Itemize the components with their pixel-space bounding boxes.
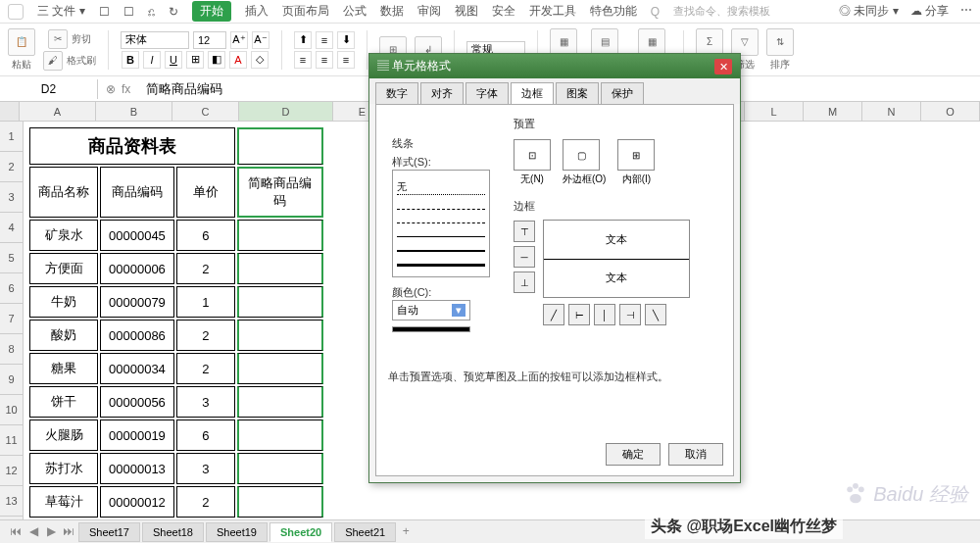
menu-dev[interactable]: 开发工具	[529, 3, 576, 20]
border-diag2-button[interactable]: ╲	[645, 304, 666, 325]
col-header-C[interactable]: C	[172, 102, 239, 121]
table-cell[interactable]: 3	[176, 453, 235, 484]
table-cell[interactable]: 2	[176, 320, 235, 351]
table-cell[interactable]	[237, 286, 323, 318]
border-left-button[interactable]: ⊢	[568, 304, 590, 325]
table-cell[interactable]: 6	[176, 220, 235, 251]
menu-data[interactable]: 数据	[380, 3, 404, 20]
search-hint[interactable]: 查找命令、搜索模板	[673, 4, 770, 19]
table-cell[interactable]: 00000034	[100, 353, 174, 384]
qat-icon[interactable]: ⎌	[148, 5, 155, 19]
dialog-tab[interactable]: 保护	[601, 82, 644, 104]
cancel-button[interactable]: 取消	[668, 443, 723, 466]
col-header-D[interactable]: D	[239, 102, 333, 121]
line-thick[interactable]	[397, 264, 485, 267]
row-header-6[interactable]: 6	[0, 273, 23, 304]
border-right-button[interactable]: ⊣	[619, 304, 641, 325]
table-cell[interactable]: 00000086	[100, 320, 174, 351]
border-vmid-button[interactable]: │	[594, 304, 615, 325]
menu-layout[interactable]: 页面布局	[282, 3, 329, 20]
table-cell[interactable]: 牛奶	[29, 286, 98, 318]
table-cell[interactable]: 酸奶	[29, 320, 98, 351]
qat-icon[interactable]: ☐	[123, 5, 134, 19]
table-cell[interactable]: 火腿肠	[29, 420, 98, 451]
cell-reference[interactable]: D2	[0, 79, 98, 99]
col-header-L[interactable]: L	[745, 102, 804, 121]
line-medium[interactable]	[397, 250, 485, 252]
table-cell[interactable]: 饼干	[29, 386, 98, 418]
col-header-M[interactable]: M	[804, 102, 862, 121]
menu-view[interactable]: 视图	[455, 3, 478, 20]
add-sheet-button[interactable]: +	[398, 524, 414, 540]
tab-nav-first[interactable]: ⏮	[8, 524, 24, 540]
table-cell[interactable]: 矿泉水	[29, 220, 98, 251]
table-cell[interactable]	[237, 486, 323, 518]
menu-special[interactable]: 特色功能	[590, 3, 637, 20]
table-cell[interactable]: 00000045	[100, 220, 174, 251]
row-header-4[interactable]: 4	[0, 213, 23, 243]
font-select[interactable]	[121, 31, 189, 49]
table-cell[interactable]	[237, 420, 323, 451]
table-cell[interactable]: 方便面	[29, 253, 98, 284]
menu-file[interactable]: 三 文件 ▾	[37, 3, 85, 20]
col-header-O[interactable]: O	[921, 102, 980, 121]
line-dashed[interactable]	[397, 209, 485, 211]
sheet-tab[interactable]: Sheet17	[78, 522, 140, 542]
font-color-button[interactable]: A	[229, 51, 247, 69]
border-hmid-button[interactable]: ─	[514, 246, 535, 268]
preset-none[interactable]: ⊡无(N)	[514, 139, 551, 186]
dialog-tab[interactable]: 数字	[375, 82, 418, 104]
table-cell[interactable]: 00000006	[100, 253, 174, 284]
row-header-11[interactable]: 11	[0, 425, 23, 456]
align-center-icon[interactable]: ≡	[316, 51, 333, 69]
fx-icon[interactable]: ⊗	[106, 82, 116, 96]
filter-icon[interactable]: ▽	[731, 28, 759, 56]
line-thin[interactable]	[397, 236, 485, 237]
align-top-icon[interactable]: ⬆	[294, 31, 312, 49]
align-left-icon[interactable]: ≡	[294, 51, 312, 69]
row-header-13[interactable]: 13	[0, 486, 23, 517]
sheet-tab[interactable]: Sheet20	[270, 522, 332, 542]
table-cell[interactable]: 2	[176, 353, 235, 384]
table-cell[interactable]: 00000056	[100, 386, 174, 418]
qat-icon[interactable]: ☐	[99, 5, 110, 19]
tab-nav-prev[interactable]: ◀	[25, 524, 41, 540]
tab-nav-last[interactable]: ⏭	[61, 524, 76, 540]
sync-status[interactable]: ◎ 未同步 ▾	[839, 3, 899, 20]
align-right-icon[interactable]: ≡	[337, 51, 355, 69]
more-button[interactable]: ⋯	[960, 3, 972, 20]
preset-inside[interactable]: ⊞内部(I)	[617, 139, 655, 186]
row-header-12[interactable]: 12	[0, 456, 23, 486]
paste-icon[interactable]: 📋	[8, 28, 35, 56]
ok-button[interactable]: 确定	[606, 443, 661, 466]
table-cell[interactable]: 糖果	[29, 353, 98, 384]
cond-format-icon[interactable]: ▤	[591, 28, 618, 56]
menu-start[interactable]: 开始	[192, 1, 231, 22]
line-dotted[interactable]	[397, 194, 485, 196]
menu-formula[interactable]: 公式	[343, 3, 367, 20]
row-header-9[interactable]: 9	[0, 365, 23, 395]
clear-format-button[interactable]: ◇	[251, 51, 269, 69]
table-cell[interactable]: 00000013	[100, 453, 174, 484]
line-style-picker[interactable]: 无	[392, 170, 490, 277]
table-cell[interactable]: 3	[176, 386, 235, 418]
table-cell[interactable]: 1	[176, 286, 235, 318]
table-cell[interactable]: 00000012	[100, 486, 174, 518]
sort-icon[interactable]: ⇅	[766, 28, 794, 56]
table-cell[interactable]	[237, 453, 323, 484]
row-header-10[interactable]: 10	[0, 395, 23, 425]
line-none[interactable]: 无	[397, 180, 485, 182]
select-all-corner[interactable]	[0, 102, 20, 121]
row-header-5[interactable]: 5	[0, 243, 23, 273]
align-bot-icon[interactable]: ⬇	[337, 31, 355, 49]
dialog-titlebar[interactable]: ▤ 单元格格式 ✕	[369, 54, 740, 78]
table-cell[interactable]: 草莓汁	[29, 486, 98, 518]
table-cell[interactable]: 苏打水	[29, 453, 98, 484]
menu-review[interactable]: 审阅	[417, 3, 441, 20]
border-diag1-button[interactable]: ╱	[543, 304, 564, 325]
sheet-tab[interactable]: Sheet21	[334, 522, 396, 542]
row-header-8[interactable]: 8	[0, 334, 23, 365]
dialog-tab[interactable]: 边框	[511, 82, 554, 104]
sheet-tab[interactable]: Sheet19	[206, 522, 268, 542]
increase-font-icon[interactable]: A⁺	[230, 31, 248, 49]
